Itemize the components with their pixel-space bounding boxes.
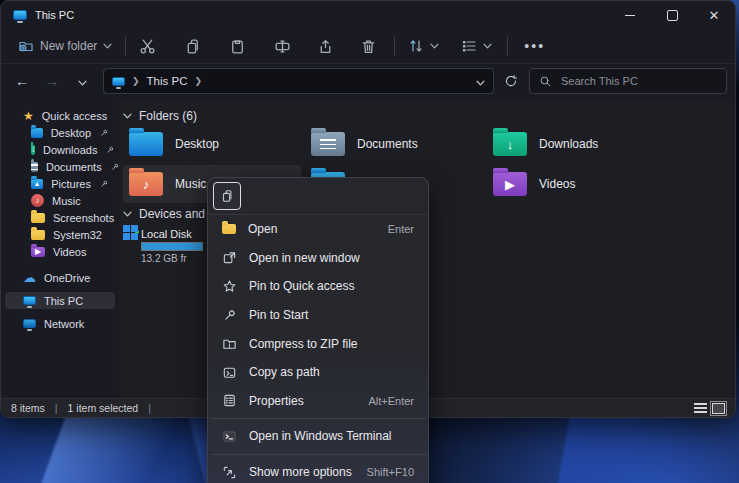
delete-button[interactable] xyxy=(353,33,384,60)
address-dropdown-button[interactable] xyxy=(476,72,485,90)
menu-item-show-more-options[interactable]: Show more options Shift+F10 xyxy=(208,458,428,483)
large-icons-view-toggle[interactable] xyxy=(712,403,725,414)
folder-tile-label: Music xyxy=(175,177,206,191)
folder-tile-label: Videos xyxy=(539,177,575,191)
new-folder-button[interactable]: New folder xyxy=(11,33,119,59)
paste-button[interactable] xyxy=(222,33,253,60)
desktop-folder-icon xyxy=(129,132,163,156)
recent-locations-button[interactable] xyxy=(67,73,97,89)
this-pc-icon xyxy=(112,77,125,86)
copy-icon xyxy=(184,38,201,55)
command-bar: New folder xyxy=(1,29,735,64)
sidebar-item-label: Network xyxy=(44,318,84,330)
close-icon: ✕ xyxy=(709,8,720,23)
downloads-folder-icon: ↓ xyxy=(493,132,527,156)
pin-icon xyxy=(99,128,109,138)
back-button[interactable]: ← xyxy=(7,73,37,89)
pin-icon xyxy=(99,179,109,189)
maximize-icon xyxy=(667,10,678,21)
menu-item-label: Open in new window xyxy=(249,251,360,265)
details-view-toggle[interactable] xyxy=(694,403,707,414)
search-input[interactable] xyxy=(559,74,703,88)
sidebar-item-quick-access[interactable]: ★ Quick access xyxy=(5,107,115,124)
search-box[interactable] xyxy=(529,68,727,94)
menu-item-compress-to-zip[interactable]: Compress to ZIP file xyxy=(208,329,428,358)
chevron-down-icon xyxy=(78,80,87,86)
documents-folder-icon xyxy=(311,132,345,156)
cut-button[interactable] xyxy=(132,33,163,60)
collapse-chevron-icon xyxy=(123,211,132,217)
rename-icon xyxy=(274,38,291,55)
sidebar-item-onedrive[interactable]: ☁ OneDrive xyxy=(5,269,115,286)
folder-tile-documents[interactable]: Documents xyxy=(305,125,483,163)
sidebar-item-downloads[interactable]: ↓ Downloads xyxy=(5,141,115,158)
rename-button[interactable] xyxy=(267,33,298,60)
music-folder-icon: ♪ xyxy=(129,172,163,196)
share-button[interactable] xyxy=(310,33,341,60)
close-button[interactable]: ✕ xyxy=(693,1,735,29)
videos-icon: ▶ xyxy=(31,247,45,257)
windows-logo-icon xyxy=(123,225,138,240)
folder-icon xyxy=(31,230,45,240)
sidebar-item-label: Desktop xyxy=(51,127,91,139)
menu-separator xyxy=(208,415,428,422)
folder-tile-desktop[interactable]: Desktop xyxy=(123,125,301,163)
forward-button[interactable]: → xyxy=(37,73,67,89)
menu-item-label: Compress to ZIP file xyxy=(249,337,357,351)
sidebar-item-label: Pictures xyxy=(51,178,91,190)
sidebar-item-this-pc[interactable]: This PC xyxy=(5,292,115,309)
menu-item-open[interactable]: Open Enter xyxy=(208,215,428,244)
address-row: ← → ↑ ❯ This PC ❯ xyxy=(1,63,735,99)
menu-item-label: Open in Windows Terminal xyxy=(249,429,392,443)
sidebar-item-pictures[interactable]: ▴ Pictures xyxy=(5,175,115,192)
downloads-icon: ↓ xyxy=(31,145,35,155)
minimize-button[interactable] xyxy=(609,1,651,29)
sidebar-item-desktop[interactable]: Desktop xyxy=(5,124,115,141)
sidebar-item-label: This PC xyxy=(44,295,83,307)
desktop-folder-icon xyxy=(31,128,43,138)
breadcrumb-this-pc[interactable]: This PC xyxy=(147,75,188,87)
network-icon xyxy=(23,319,36,328)
menu-item-open-in-new-window[interactable]: Open in new window xyxy=(208,244,428,273)
refresh-button[interactable] xyxy=(499,70,523,92)
copy-button[interactable] xyxy=(177,33,208,60)
sidebar-item-system32[interactable]: System32 xyxy=(5,226,115,243)
context-menu-icon-row xyxy=(208,178,428,215)
address-bar[interactable]: ❯ This PC ❯ xyxy=(103,68,494,94)
see-more-button[interactable]: ••• xyxy=(514,38,555,54)
folder-icon xyxy=(31,213,45,223)
chevron-down-icon xyxy=(483,43,492,49)
sort-button[interactable] xyxy=(401,33,446,59)
copy-icon xyxy=(220,189,234,203)
menu-item-pin-to-quick-access[interactable]: Pin to Quick access xyxy=(208,272,428,301)
chevron-down-icon xyxy=(103,43,112,49)
folder-tile-videos[interactable]: ▶ Videos xyxy=(487,165,665,203)
copy-quick-button[interactable] xyxy=(213,182,241,210)
sidebar-item-documents[interactable]: Documents xyxy=(5,158,115,175)
cut-icon xyxy=(139,38,156,55)
sidebar-item-label: Documents xyxy=(46,161,102,173)
sidebar-item-screenshots[interactable]: Screenshots xyxy=(5,209,115,226)
pin-icon xyxy=(222,308,237,323)
menu-item-pin-to-start[interactable]: Pin to Start xyxy=(208,301,428,330)
folder-tile-label: Documents xyxy=(357,137,418,151)
show-more-options-icon xyxy=(222,465,237,480)
folders-section-header[interactable]: Folders (6) xyxy=(123,109,197,123)
folder-tile-downloads[interactable]: ↓ Downloads xyxy=(487,125,665,163)
star-icon: ★ xyxy=(23,110,34,122)
menu-item-open-in-windows-terminal[interactable]: Open in Windows Terminal xyxy=(208,422,428,451)
menu-item-copy-as-path[interactable]: Copy as path xyxy=(208,358,428,387)
sidebar-item-network[interactable]: Network xyxy=(5,315,115,332)
view-button[interactable] xyxy=(454,33,499,59)
share-icon xyxy=(317,38,334,55)
menu-item-properties[interactable]: Properties Alt+Enter xyxy=(208,387,428,416)
maximize-button[interactable] xyxy=(651,1,693,29)
breadcrumb-chevron[interactable]: ❯ xyxy=(194,76,202,86)
properties-icon xyxy=(222,393,237,408)
drive-label: Local Disk xyxy=(141,228,203,240)
delete-icon xyxy=(360,38,377,55)
sidebar-item-music[interactable]: ♪ Music xyxy=(5,192,115,209)
sidebar-item-videos[interactable]: ▶ Videos xyxy=(5,243,115,260)
menu-item-label: Pin to Quick access xyxy=(249,279,354,293)
documents-icon xyxy=(31,162,38,172)
